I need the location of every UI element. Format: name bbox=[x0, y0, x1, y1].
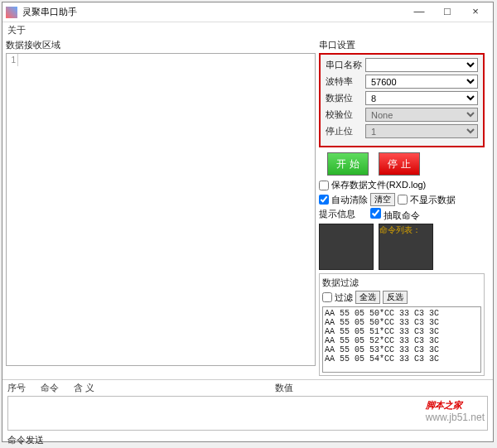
filter-label: 过滤 bbox=[335, 291, 353, 304]
databits-label: 数据位 bbox=[326, 92, 362, 104]
minimize-button[interactable]: — bbox=[405, 4, 433, 21]
recv-group-label: 数据接收区域 bbox=[6, 39, 316, 51]
stopbits-select[interactable]: 1 bbox=[365, 124, 478, 138]
col-meaning: 含 义 bbox=[74, 382, 94, 394]
window-title: 灵聚串口助手 bbox=[22, 6, 405, 18]
app-icon bbox=[6, 7, 17, 18]
selectall-button[interactable]: 全选 bbox=[355, 291, 380, 304]
port-name-label: 串口名称 bbox=[326, 59, 362, 71]
cmdlist-label: 命令列表： bbox=[379, 224, 432, 236]
clear-button[interactable]: 清空 bbox=[370, 193, 395, 206]
send-group-label: 命令发送 bbox=[7, 434, 488, 446]
col-cmd: 命令 bbox=[41, 382, 59, 394]
port-group-label: 串口设置 bbox=[319, 39, 485, 51]
autoclear-label: 自动清除 bbox=[331, 194, 368, 206]
close-button[interactable]: × bbox=[461, 4, 490, 21]
lower-panel: 序号 命令 含 义 数值 bbox=[2, 379, 493, 432]
databits-select[interactable]: 8 bbox=[365, 91, 478, 105]
menu-about[interactable]: 关于 bbox=[7, 24, 26, 36]
port-settings-panel: 串口名称 波特率 57600 数据位 8 校验位 None 停止位 1 bbox=[319, 53, 485, 147]
baud-label: 波特率 bbox=[326, 75, 362, 88]
noshow-checkbox[interactable] bbox=[398, 195, 408, 205]
menubar: 关于 bbox=[2, 22, 493, 37]
stop-button[interactable]: 停 止 bbox=[379, 152, 420, 176]
stopbits-label: 停止位 bbox=[326, 125, 362, 137]
filter-group: 数据过滤 过滤 全选 反选 AA 55 05 50*CC 33 C3 3C AA… bbox=[319, 273, 485, 376]
col-seq: 序号 bbox=[7, 382, 26, 394]
savefile-checkbox[interactable] bbox=[319, 181, 329, 190]
parity-select[interactable]: None bbox=[365, 108, 478, 122]
lower-list[interactable] bbox=[7, 396, 488, 431]
maximize-button[interactable]: □ bbox=[433, 4, 461, 21]
filter-checkbox[interactable] bbox=[322, 292, 332, 302]
hint-label: 提示信息 bbox=[319, 208, 355, 222]
filter-group-label: 数据过滤 bbox=[322, 277, 481, 289]
main-window: 灵聚串口助手 — □ × 关于 数据接收区域 1 串口设置 串口名称 波特率 bbox=[2, 2, 494, 442]
invert-button[interactable]: 反选 bbox=[383, 291, 408, 304]
parity-label: 校验位 bbox=[326, 108, 362, 121]
send-group: 命令发送 文本内容 bbox=[2, 432, 493, 448]
filter-listbox[interactable]: AA 55 05 50*CC 33 C3 3C AA 55 05 50*CC 3… bbox=[322, 306, 481, 373]
recv-textarea[interactable]: 1 bbox=[6, 53, 316, 366]
titlebar: 灵聚串口助手 — □ × bbox=[2, 2, 493, 22]
autoclear-checkbox[interactable] bbox=[319, 195, 329, 205]
baud-select[interactable]: 57600 bbox=[365, 75, 478, 89]
line-gutter: 1 bbox=[7, 54, 18, 66]
hint-box bbox=[319, 224, 374, 270]
cmd-box: 命令列表： bbox=[379, 224, 433, 270]
savefile-label: 保存数据文件(RXD.log) bbox=[331, 179, 426, 191]
noshow-label: 不显示数据 bbox=[410, 194, 456, 206]
extract-label: 抽取命令 bbox=[384, 210, 420, 220]
col-value: 数值 bbox=[275, 382, 293, 394]
start-button[interactable]: 开 始 bbox=[327, 152, 369, 176]
port-name-select[interactable] bbox=[365, 58, 478, 72]
extract-checkbox[interactable] bbox=[370, 208, 381, 219]
